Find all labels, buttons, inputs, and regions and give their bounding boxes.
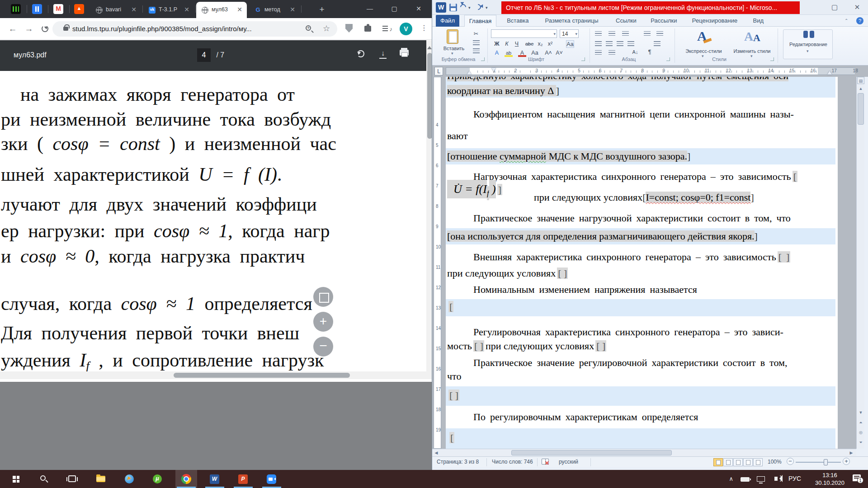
decrease-indent-icon[interactable] bbox=[644, 31, 651, 36]
start-taskbar-icon[interactable] bbox=[5, 470, 27, 488]
document-text[interactable]: МДС к МДС воздушного зазора. bbox=[546, 150, 687, 162]
word-horizontal-scrollbar[interactable]: ◀ ▶ bbox=[432, 449, 856, 456]
volume-icon[interactable] bbox=[774, 477, 778, 481]
chrome-taskbar-icon[interactable] bbox=[175, 470, 197, 488]
font-color-button[interactable]: А bbox=[518, 49, 526, 57]
document-text[interactable]: мость bbox=[447, 340, 472, 352]
font-size-combo[interactable]: 14 bbox=[560, 29, 579, 38]
language-indicator[interactable]: РУС bbox=[788, 475, 801, 488]
collapse-ribbon-icon[interactable]: ⌃ bbox=[844, 18, 848, 23]
form-field-brackets[interactable]: [ ] bbox=[778, 251, 791, 263]
change-case-button[interactable]: Аа bbox=[531, 49, 539, 57]
back-icon[interactable]: ← bbox=[7, 23, 18, 34]
view-ruler-toggle[interactable]: ▤ bbox=[857, 77, 864, 84]
cut-icon[interactable]: ✂ bbox=[472, 30, 480, 38]
scroll-left-icon[interactable]: ◀ bbox=[433, 450, 439, 456]
document-line[interactable]: вают bbox=[447, 130, 468, 142]
word-maximize-button[interactable]: ▢ bbox=[828, 2, 841, 13]
hidden-icons-chevron[interactable]: ∧ bbox=[729, 475, 733, 488]
wmp-taskbar-icon[interactable] bbox=[118, 470, 140, 488]
search-taskbar-icon[interactable] bbox=[33, 470, 55, 488]
document-text[interactable]: I=const; cosφ=0; f1=const bbox=[646, 192, 750, 203]
tab-Файл[interactable]: Файл bbox=[436, 15, 459, 27]
word-hscroll-thumb[interactable] bbox=[511, 450, 672, 455]
zoom-slider-thumb[interactable] bbox=[824, 459, 828, 465]
form-field-brackets[interactable]: [ bbox=[449, 432, 454, 443]
document-text[interactable]: Приведенную характеристику холостого ход… bbox=[447, 77, 788, 81]
form-field-brackets[interactable]: [ bbox=[448, 301, 453, 312]
document-text[interactable]: что bbox=[447, 371, 461, 382]
browser-tab[interactable]: метод✕ bbox=[249, 2, 300, 18]
document-text[interactable]: при следующих условиях bbox=[486, 340, 594, 352]
download-icon[interactable]: ↓ bbox=[379, 49, 387, 57]
reload-icon[interactable] bbox=[42, 25, 48, 32]
new-tab-button[interactable]: + bbox=[316, 5, 327, 15]
zoom-out-button[interactable]: − bbox=[313, 337, 333, 357]
text-effects-button[interactable]: А bbox=[493, 49, 501, 57]
superscript-button[interactable]: x² bbox=[546, 40, 554, 48]
font-name-combo[interactable] bbox=[491, 29, 557, 38]
form-field-brackets[interactable]: [ ] bbox=[448, 389, 459, 401]
highlight-color-button[interactable]: ab bbox=[505, 49, 513, 57]
clipboard-dialog-launcher[interactable] bbox=[481, 57, 485, 61]
network-icon[interactable] bbox=[757, 476, 765, 482]
document-line[interactable]: координат на величину Δ ] bbox=[447, 85, 559, 97]
document-text[interactable]: ) bbox=[489, 180, 496, 198]
styles-dialog-launcher[interactable] bbox=[770, 57, 774, 61]
document-text[interactable]: Регулировочная характеристика синхронног… bbox=[473, 326, 783, 338]
left-indent-marker[interactable] bbox=[467, 71, 472, 75]
address-bar[interactable]: stud.lms.tpu.ru/pluginfile.php/900385/mo… bbox=[52, 21, 337, 37]
save-icon[interactable] bbox=[449, 4, 457, 11]
strava-icon[interactable] bbox=[74, 4, 84, 14]
zoom-taskbar-icon[interactable] bbox=[261, 470, 283, 488]
document-line[interactable]: Регулировочная характеристика синхронног… bbox=[473, 326, 783, 338]
status-language[interactable]: русский bbox=[559, 459, 578, 465]
document-line[interactable]: [ bbox=[448, 432, 456, 444]
document-line[interactable]: мость[ ]при следующих условиях[ ] bbox=[447, 340, 608, 352]
print-layout-view-button[interactable] bbox=[713, 458, 723, 466]
numbering-icon[interactable] bbox=[609, 31, 615, 36]
document-text[interactable]: [отношение bbox=[447, 150, 500, 162]
status-page[interactable]: Страница: 3 из 8 bbox=[437, 459, 479, 465]
fit-page-button[interactable] bbox=[313, 287, 333, 307]
document-text[interactable]: [она используется для определения размаг… bbox=[447, 230, 755, 242]
tab-Разметка страницы[interactable]: Разметка страницы bbox=[541, 15, 603, 27]
multilevel-list-icon[interactable] bbox=[622, 31, 629, 36]
word-vscroll-thumb[interactable] bbox=[858, 93, 864, 125]
form-field-brackets[interactable]: ] bbox=[497, 184, 502, 195]
tab-Вставка[interactable]: Вставка bbox=[502, 15, 533, 27]
scroll-down-icon[interactable]: ▼ bbox=[857, 409, 864, 416]
document-line[interactable]: [она используется для определения размаг… bbox=[447, 230, 758, 242]
document-line[interactable]: что bbox=[447, 371, 461, 382]
document-text[interactable]: координат на величину Δ bbox=[447, 85, 556, 96]
tab-Рассылки[interactable]: Рассылки bbox=[646, 15, 681, 27]
rotate-icon[interactable] bbox=[357, 50, 364, 57]
tab-close-icon[interactable]: ✕ bbox=[289, 6, 296, 13]
format-painter-icon[interactable] bbox=[473, 48, 480, 53]
document-line[interactable]: [ ] bbox=[447, 389, 461, 401]
document-text[interactable]: ] bbox=[556, 85, 559, 96]
zoom-out-icon[interactable]: − bbox=[787, 458, 794, 465]
word-vertical-scrollbar[interactable]: ▤ ▲ ▼ ⏶ ◎ ⏷ bbox=[856, 77, 864, 449]
select-browse-object-icon[interactable]: ◎ bbox=[857, 429, 864, 436]
italic-button[interactable]: К bbox=[503, 40, 511, 48]
editing-group-button[interactable]: Редактирование ▾ bbox=[783, 29, 833, 59]
document-text[interactable]: Внешняя характеристика синхронного генер… bbox=[473, 251, 776, 263]
explorer-taskbar-icon[interactable] bbox=[90, 470, 112, 488]
status-words[interactable]: Число слов: 746 bbox=[492, 459, 533, 465]
taskview-taskbar-icon[interactable] bbox=[61, 470, 83, 488]
bold-button[interactable]: Ж bbox=[493, 40, 501, 48]
vertical-ruler[interactable]: 45678910111213141516171819 bbox=[434, 77, 441, 449]
pdf-page-input[interactable]: 4 bbox=[197, 48, 211, 62]
pdf-scroll-up-icon[interactable] bbox=[427, 44, 432, 49]
grow-font-button[interactable]: А˄ bbox=[544, 49, 552, 57]
horizontal-ruler[interactable]: 123456789101112131415161718 bbox=[446, 67, 855, 75]
action-center-icon[interactable]: 1 bbox=[853, 474, 861, 481]
tab-close-icon[interactable]: ✕ bbox=[183, 6, 190, 13]
document-text[interactable]: Коэффициентом насыщения магнитной цепи с… bbox=[473, 108, 794, 120]
word-taskbar-icon[interactable] bbox=[204, 470, 226, 488]
tab-close-icon[interactable]: ✕ bbox=[236, 6, 243, 13]
shading-icon[interactable] bbox=[595, 50, 602, 55]
adblock-shield-icon[interactable] bbox=[345, 24, 353, 33]
document-text[interactable]: вают bbox=[447, 130, 468, 141]
